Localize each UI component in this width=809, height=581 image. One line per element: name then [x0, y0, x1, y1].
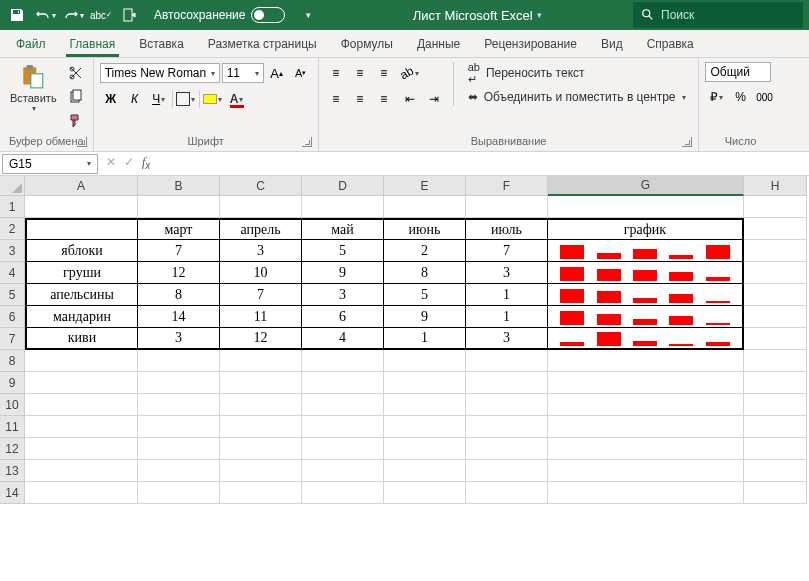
cell[interactable]: март	[138, 218, 220, 240]
tab-review[interactable]: Рецензирование	[472, 30, 589, 57]
cell[interactable]	[466, 372, 548, 394]
dialog-launcher-icon[interactable]	[77, 137, 87, 147]
cell[interactable]	[744, 218, 807, 240]
align-middle-icon[interactable]: ≡	[349, 62, 371, 84]
row-header[interactable]: 14	[0, 482, 25, 504]
cell[interactable]	[384, 438, 466, 460]
cell[interactable]	[220, 416, 302, 438]
formula-input[interactable]	[156, 154, 809, 174]
cell[interactable]	[466, 438, 548, 460]
cell[interactable]	[548, 394, 744, 416]
cell[interactable]	[384, 416, 466, 438]
cell[interactable]	[138, 394, 220, 416]
decrease-indent-icon[interactable]: ⇤	[399, 88, 421, 110]
cancel-icon[interactable]: ✕	[106, 155, 116, 171]
cell[interactable]	[744, 240, 807, 262]
cell[interactable]: яблоки	[25, 240, 138, 262]
cell[interactable]	[138, 416, 220, 438]
increase-font-icon[interactable]: A▴	[266, 62, 288, 84]
cell[interactable]	[302, 350, 384, 372]
tab-page-layout[interactable]: Разметка страницы	[196, 30, 329, 57]
percent-icon[interactable]: %	[729, 86, 751, 108]
col-header[interactable]: A	[25, 176, 138, 196]
cell[interactable]: 1	[466, 306, 548, 328]
cell[interactable]: апрель	[220, 218, 302, 240]
cell[interactable]: 7	[466, 240, 548, 262]
dialog-launcher-icon[interactable]	[682, 137, 692, 147]
cell[interactable]	[220, 438, 302, 460]
col-header[interactable]: E	[384, 176, 466, 196]
cell[interactable]	[466, 196, 548, 218]
col-header[interactable]: G	[548, 176, 744, 196]
tab-formulas[interactable]: Формулы	[329, 30, 405, 57]
row-header[interactable]: 9	[0, 372, 25, 394]
font-color-button[interactable]: A▾	[226, 88, 248, 110]
row-header[interactable]: 12	[0, 438, 25, 460]
cell[interactable]	[548, 416, 744, 438]
cell[interactable]: 6	[302, 306, 384, 328]
cell[interactable]	[25, 394, 138, 416]
cell[interactable]	[744, 350, 807, 372]
row-header[interactable]: 3	[0, 240, 25, 262]
cell[interactable]	[220, 460, 302, 482]
row-header[interactable]: 11	[0, 416, 25, 438]
cell[interactable]	[302, 394, 384, 416]
tab-home[interactable]: Главная	[58, 30, 128, 57]
cell[interactable]: 8	[138, 284, 220, 306]
cell[interactable]	[25, 350, 138, 372]
cell[interactable]	[138, 460, 220, 482]
cell[interactable]	[466, 416, 548, 438]
undo-icon[interactable]: ▾	[32, 2, 58, 28]
cell[interactable]	[302, 482, 384, 504]
cell[interactable]	[25, 416, 138, 438]
cell[interactable]: киви	[25, 328, 138, 350]
cell[interactable]: 2	[384, 240, 466, 262]
cell[interactable]	[384, 482, 466, 504]
cell[interactable]	[548, 460, 744, 482]
cell[interactable]	[220, 350, 302, 372]
copy-icon[interactable]	[65, 86, 87, 108]
cell[interactable]: 8	[384, 262, 466, 284]
cell[interactable]	[25, 372, 138, 394]
cell[interactable]: 10	[220, 262, 302, 284]
decrease-font-icon[interactable]: A▾	[290, 62, 312, 84]
row-header[interactable]: 8	[0, 350, 25, 372]
cell[interactable]: 9	[302, 262, 384, 284]
redo-icon[interactable]: ▾	[60, 2, 86, 28]
row-header[interactable]: 1	[0, 196, 25, 218]
name-box[interactable]: G15▾	[2, 154, 98, 174]
toggle-switch-icon[interactable]	[251, 7, 285, 23]
font-name-select[interactable]: Times New Roman▾	[100, 63, 220, 83]
row-header[interactable]: 6	[0, 306, 25, 328]
col-header[interactable]: C	[220, 176, 302, 196]
number-format-select[interactable]: Общий	[705, 62, 771, 82]
align-right-icon[interactable]: ≡	[373, 88, 395, 110]
cell[interactable]: 12	[138, 262, 220, 284]
merge-center-button[interactable]: ⬌Объединить и поместить в центре▾	[462, 86, 693, 108]
cell[interactable]: июнь	[384, 218, 466, 240]
cell[interactable]	[744, 394, 807, 416]
save-icon[interactable]	[4, 2, 30, 28]
cell[interactable]	[744, 460, 807, 482]
cell[interactable]: 1	[466, 284, 548, 306]
cell[interactable]	[220, 372, 302, 394]
cell[interactable]	[384, 460, 466, 482]
tab-insert[interactable]: Вставка	[127, 30, 196, 57]
format-painter-icon[interactable]	[65, 110, 87, 132]
cell[interactable]: 4	[302, 328, 384, 350]
cell[interactable]	[25, 218, 138, 240]
cell[interactable]	[466, 460, 548, 482]
confirm-icon[interactable]: ✓	[124, 155, 134, 171]
cell[interactable]	[548, 240, 744, 262]
cell[interactable]	[548, 196, 744, 218]
cell[interactable]: 7	[138, 240, 220, 262]
borders-button[interactable]: ▾	[175, 88, 197, 110]
cell[interactable]: 5	[302, 240, 384, 262]
cell[interactable]	[384, 350, 466, 372]
select-all-corner[interactable]	[0, 176, 25, 196]
cell[interactable]	[25, 196, 138, 218]
cell[interactable]	[548, 350, 744, 372]
cell[interactable]: 1	[384, 328, 466, 350]
chevron-down-icon[interactable]: ▾	[537, 10, 542, 20]
tab-help[interactable]: Справка	[635, 30, 706, 57]
